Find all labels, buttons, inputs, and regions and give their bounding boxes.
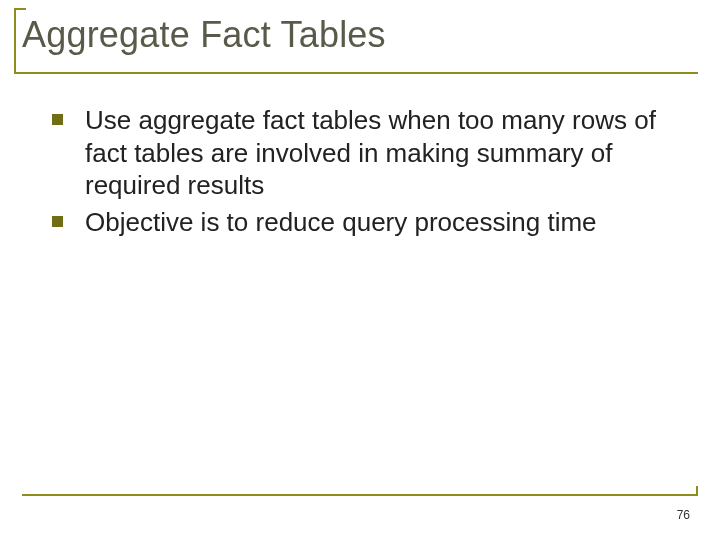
slide: Aggregate Fact Tables Use aggregate fact… xyxy=(0,0,720,540)
footer-border-right xyxy=(696,486,698,496)
slide-title: Aggregate Fact Tables xyxy=(22,14,698,56)
title-region: Aggregate Fact Tables xyxy=(22,14,698,66)
list-item: Objective is to reduce query processing … xyxy=(52,206,678,239)
title-border-left xyxy=(14,8,16,74)
square-bullet-icon xyxy=(52,114,63,125)
page-number: 76 xyxy=(677,508,690,522)
bullet-text: Use aggregate fact tables when too many … xyxy=(85,104,678,202)
list-item: Use aggregate fact tables when too many … xyxy=(52,104,678,202)
footer-border xyxy=(22,494,698,496)
square-bullet-icon xyxy=(52,216,63,227)
bullet-text: Objective is to reduce query processing … xyxy=(85,206,597,239)
title-border-bottom xyxy=(14,72,698,74)
slide-body: Use aggregate fact tables when too many … xyxy=(22,104,698,238)
